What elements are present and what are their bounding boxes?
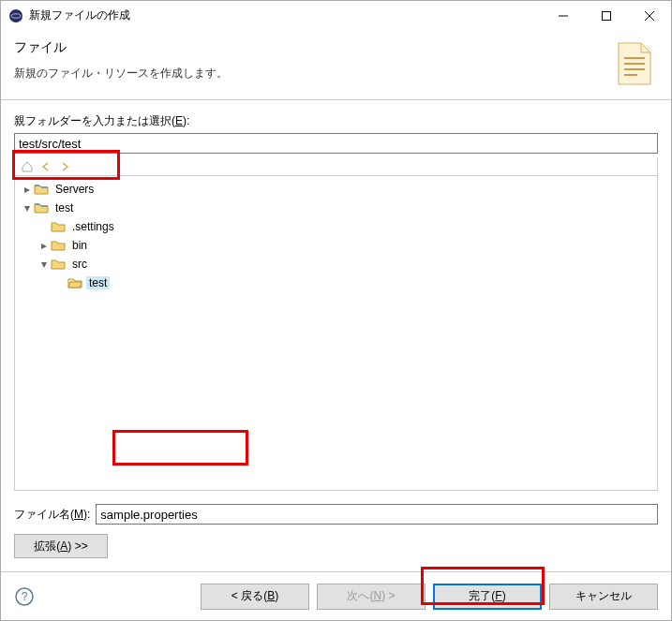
project-folder-icon [34,200,49,215]
parent-folder-input[interactable] [14,133,658,154]
filename-input[interactable] [96,504,658,525]
window-title: 新規ファイルの作成 [29,7,542,23]
folder-icon [51,238,66,253]
svg-rect-3 [603,11,611,20]
forward-arrow-icon[interactable] [58,160,71,173]
minimize-button[interactable] [542,1,585,30]
maximize-button[interactable] [585,1,628,30]
folder-icon [51,219,66,234]
back-button[interactable]: < 戻る(B) [201,584,309,610]
chevron-right-icon[interactable]: ▸ [21,183,34,196]
eclipse-icon [8,8,23,23]
folder-tree[interactable]: ▸ Servers ▾ test .settings ▸ bin [14,175,658,491]
svg-text:?: ? [22,590,28,603]
folder-open-icon [67,275,82,290]
button-bar: ? < 戻る(B) 次へ(N) > 完了(F) キャンセル [1,571,671,620]
tree-item-bin[interactable]: ▸ bin [17,236,655,255]
chevron-down-icon[interactable]: ▾ [37,258,51,271]
home-icon[interactable] [21,160,34,173]
filename-label: ファイル名(M): [14,507,90,523]
back-arrow-icon[interactable] [39,160,52,173]
file-icon [609,39,658,88]
banner-description: 新規のファイル・リソースを作成します。 [14,66,600,81]
finish-button[interactable]: 完了(F) [433,584,542,610]
help-icon[interactable]: ? [14,586,35,607]
tree-item-servers[interactable]: ▸ Servers [17,180,655,199]
folder-icon [51,257,66,272]
advanced-button[interactable]: 拡張(A) >> [14,534,108,558]
banner-title: ファイル [14,39,600,56]
tree-item-test-leaf[interactable]: test [17,274,655,292]
chevron-down-icon[interactable]: ▾ [21,201,34,214]
cancel-button[interactable]: キャンセル [549,584,658,610]
close-button[interactable] [628,1,671,30]
tree-item-src[interactable]: ▾ src [17,255,655,274]
tree-toolbar [14,157,658,176]
wizard-banner: ファイル 新規のファイル・リソースを作成します。 [1,30,671,99]
next-button: 次へ(N) > [317,584,426,610]
project-folder-icon [34,182,49,197]
parent-folder-label: 親フォルダーを入力または選択(E): [14,113,658,129]
tree-item-test[interactable]: ▾ test [17,199,655,217]
tree-item-settings[interactable]: .settings [17,217,655,236]
chevron-right-icon[interactable]: ▸ [37,239,51,252]
title-bar: 新規ファイルの作成 [1,1,671,30]
